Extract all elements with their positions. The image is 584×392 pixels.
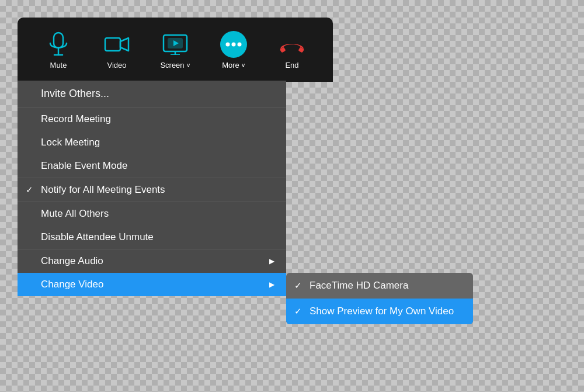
toolbar-item-screen[interactable]: Screen ∨	[155, 30, 196, 70]
menu-item-enable-event-mode[interactable]: Enable Event Mode	[18, 154, 286, 178]
screen-share-icon	[161, 30, 189, 58]
menu-section-audio-video: Change Audio ▶ Change Video ▶ FaceTime H…	[18, 249, 286, 296]
menu-item-disable-attendee-unmute[interactable]: Disable Attendee Unmute	[18, 226, 286, 249]
screen-label-area: Screen ∨	[160, 61, 190, 70]
more-label-area: More ∨	[222, 61, 245, 70]
toolbar-item-more[interactable]: More ∨	[213, 30, 254, 70]
end-call-icon	[278, 30, 306, 58]
microphone-icon	[44, 30, 72, 58]
svg-point-9	[232, 42, 236, 46]
toolbar: Mute Video Screen ∨	[18, 18, 333, 82]
toolbar-item-mute[interactable]: Mute	[38, 30, 79, 70]
toolbar-item-video[interactable]: Video	[96, 30, 137, 70]
menu-item-change-audio[interactable]: Change Audio ▶	[18, 249, 286, 273]
menu-item-invite-others[interactable]: Invite Others...	[18, 81, 286, 107]
submenu-item-show-preview[interactable]: Show Preview for My Own Video	[286, 299, 473, 324]
menu-section-invite: Invite Others...	[18, 81, 286, 107]
submenu-change-video: FaceTime HD Camera Show Preview for My O…	[286, 273, 473, 324]
menu-section-meeting-controls: Record Meeting Lock Meeting Enable Event…	[18, 107, 286, 178]
mute-label: Mute	[50, 61, 67, 70]
menu-item-notify-all-events[interactable]: Notify for All Meeting Events	[18, 178, 286, 202]
dropdown-menu: Invite Others... Record Meeting Lock Mee…	[18, 81, 286, 296]
menu-section-notifications: Notify for All Meeting Events	[18, 178, 286, 202]
video-label: Video	[107, 61, 126, 70]
end-label: End	[285, 61, 298, 70]
screen-label: Screen	[160, 61, 184, 70]
menu-section-attendee-controls: Mute All Others Disable Attendee Unmute	[18, 202, 286, 249]
screen-arrow: ∨	[186, 62, 190, 68]
menu-item-lock-meeting[interactable]: Lock Meeting	[18, 131, 286, 154]
change-video-arrow: ▶	[269, 280, 274, 289]
svg-rect-3	[105, 38, 120, 51]
submenu-item-facetime-hd[interactable]: FaceTime HD Camera	[286, 273, 473, 299]
menu-item-record-meeting[interactable]: Record Meeting	[18, 107, 286, 131]
toolbar-item-end[interactable]: End	[272, 30, 312, 70]
video-icon	[103, 30, 131, 58]
change-audio-arrow: ▶	[269, 257, 274, 265]
svg-point-8	[226, 42, 230, 46]
menu-item-mute-all-others[interactable]: Mute All Others	[18, 202, 286, 226]
more-circle	[220, 31, 247, 58]
more-dots-icon	[220, 30, 248, 58]
more-label: More	[222, 61, 239, 70]
svg-rect-0	[54, 33, 63, 48]
svg-point-10	[238, 42, 242, 46]
menu-item-change-video[interactable]: Change Video ▶ FaceTime HD Camera Show P…	[18, 273, 286, 296]
more-arrow: ∨	[241, 62, 245, 68]
